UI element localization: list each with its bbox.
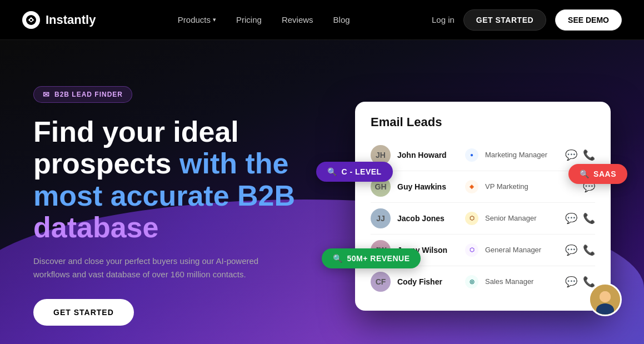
navbar: Instantly Products ▾ Pricing Reviews Blo… xyxy=(0,0,644,40)
hero-content-left: ✉ B2B LEAD FINDER Find your ideal prospe… xyxy=(33,86,295,326)
email-icon: ✉ xyxy=(43,90,50,99)
reviews-link[interactable]: Reviews xyxy=(282,15,313,24)
profile-overlay xyxy=(588,283,622,316)
chat-icon[interactable]: 💬 xyxy=(565,244,577,256)
logo[interactable]: Instantly xyxy=(22,11,96,29)
company-logo: ⬡ xyxy=(465,243,478,257)
chat-icon[interactable]: 💬 xyxy=(565,212,577,225)
lead-row: JH John Howard ● Marketing Manager 💬 📞 xyxy=(371,139,595,171)
hero-content-right: 🔍 C - LEVEL 🔍 SAAS 🔍 50M+ REVENUE Email … xyxy=(355,102,611,311)
badge: ✉ B2B LEAD FINDER xyxy=(33,86,132,103)
hero-heading: Find your ideal prospects with the most … xyxy=(33,116,295,243)
nav-links: Products ▾ Pricing Reviews Blog xyxy=(178,15,350,25)
chevron-down-icon: ▾ xyxy=(213,16,216,23)
see-demo-button[interactable]: SEE DEMO xyxy=(555,9,622,31)
phone-icon[interactable]: 📞 xyxy=(583,244,595,256)
lead-title: VP Marketing xyxy=(485,182,576,191)
c-level-label: C - LEVEL xyxy=(342,167,382,176)
get-started-nav-button[interactable]: GET STARTED xyxy=(463,9,546,31)
lead-row: GH Guy Hawkins ◈ VP Marketing 💬 xyxy=(371,171,595,203)
hero-subtext: Discover and close your perfect buyers u… xyxy=(33,255,267,281)
blog-link[interactable]: Blog xyxy=(333,15,350,24)
nav-item-reviews[interactable]: Reviews xyxy=(282,15,313,25)
lead-name: Jacob Jones xyxy=(397,214,458,223)
lead-title: Marketing Manager xyxy=(485,151,558,159)
lead-actions: 💬 📞 xyxy=(565,276,595,288)
phone-icon[interactable]: 📞 xyxy=(583,212,595,225)
company-logo: ◎ xyxy=(465,275,478,288)
badge-text: B2B LEAD FINDER xyxy=(54,91,123,98)
c-level-tag: 🔍 C - LEVEL xyxy=(316,162,393,182)
nav-item-blog[interactable]: Blog xyxy=(333,15,350,25)
heading-line4: database xyxy=(33,211,158,243)
saas-label: SAAS xyxy=(593,169,616,178)
logo-text: Instantly xyxy=(46,13,96,27)
phone-icon[interactable]: 📞 xyxy=(583,276,595,288)
lead-actions: 💬 📞 xyxy=(565,149,595,161)
heading-line2-blue: with the xyxy=(179,147,288,180)
revenue-label: 50M+ REVENUE xyxy=(347,254,410,263)
lead-title: Senior Manager xyxy=(485,214,558,222)
email-leads-card: Email Leads JH John Howard ● Marketing M… xyxy=(355,102,611,311)
lead-row: CF Cody Fisher ◎ Sales Manager 💬 📞 xyxy=(371,266,595,297)
pricing-link[interactable]: Pricing xyxy=(236,15,262,24)
logo-icon xyxy=(22,11,40,29)
card-title: Email Leads xyxy=(371,115,595,129)
lead-row: JJ Jacob Jones ⬡ Senior Manager 💬 📞 xyxy=(371,203,595,235)
chat-icon[interactable]: 💬 xyxy=(565,149,577,161)
lead-name: John Howard xyxy=(397,151,458,159)
login-button[interactable]: Log in xyxy=(432,15,455,24)
nav-item-pricing[interactable]: Pricing xyxy=(236,15,262,25)
svg-point-1 xyxy=(30,19,32,21)
svg-point-5 xyxy=(600,291,611,302)
company-logo: ● xyxy=(465,148,478,162)
revenue-tag: 🔍 50M+ REVENUE xyxy=(322,248,421,268)
saas-tag: 🔍 SAAS xyxy=(568,164,627,184)
search-icon-saas: 🔍 xyxy=(580,169,590,178)
nav-item-products[interactable]: Products ▾ xyxy=(178,15,216,24)
lead-name: Cody Fisher xyxy=(397,277,458,286)
chat-icon[interactable]: 💬 xyxy=(565,276,577,288)
lead-actions: 💬 📞 xyxy=(565,212,595,225)
heading-line2: prospects xyxy=(33,147,179,180)
hero-cta-button[interactable]: GET STARTED xyxy=(33,299,134,326)
search-icon-revenue: 🔍 xyxy=(333,254,343,263)
hero-section: ✉ B2B LEAD FINDER Find your ideal prospe… xyxy=(0,40,644,344)
lead-name: Guy Hawkins xyxy=(397,182,458,191)
company-logo: ◈ xyxy=(465,180,478,193)
heading-line3: most accurate B2B xyxy=(33,180,295,212)
phone-icon[interactable]: 📞 xyxy=(583,149,595,161)
nav-actions: Log in GET STARTED SEE DEMO xyxy=(432,9,622,31)
heading-line1: Find your ideal xyxy=(33,116,239,148)
avatar: JJ xyxy=(371,208,391,228)
products-link[interactable]: Products ▾ xyxy=(178,15,216,24)
lead-title: Sales Manager xyxy=(485,277,558,286)
lead-title: General Manager xyxy=(485,246,558,254)
avatar: CF xyxy=(371,272,391,292)
company-logo: ⬡ xyxy=(465,212,478,225)
search-icon: 🔍 xyxy=(327,167,337,176)
lead-actions: 💬 📞 xyxy=(565,244,595,256)
